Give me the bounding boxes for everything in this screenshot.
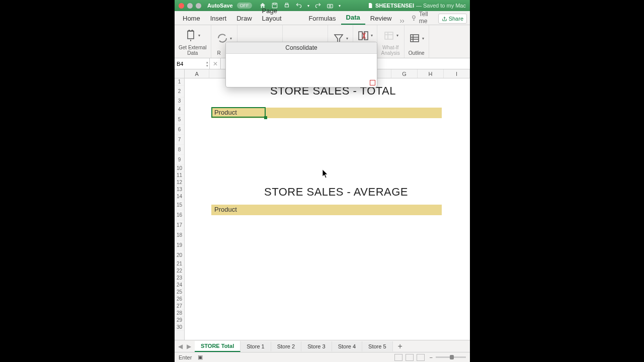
row-header-4[interactable]: 4 <box>175 105 184 115</box>
sheet-tab-store-3[interactable]: Store 3 <box>301 341 332 351</box>
row-header-9[interactable]: 9 <box>175 155 184 165</box>
row-header-28[interactable]: 28 <box>175 310 184 317</box>
close-window-button[interactable] <box>179 3 184 9</box>
add-sheet-button[interactable]: + <box>393 342 408 351</box>
svg-point-6 <box>413 16 415 18</box>
consolidate-body[interactable] <box>226 54 377 87</box>
autosave-toggle[interactable]: OFF <box>237 3 252 9</box>
group-get-external-data[interactable]: ▾ Get External Data <box>175 25 211 58</box>
row-header-14[interactable]: 14 <box>175 193 184 200</box>
zoom-slider[interactable] <box>436 356 466 358</box>
row-header-19[interactable]: 19 <box>175 240 184 250</box>
status-bar: Enter ▣ − <box>175 352 470 362</box>
row-header-10[interactable]: 10 <box>175 165 184 172</box>
row-header-3[interactable]: 3 <box>175 98 184 105</box>
sheet-tab-store-5[interactable]: Store 5 <box>362 341 392 351</box>
row-header-24[interactable]: 24 <box>175 282 184 289</box>
row-header-1[interactable]: 1 <box>175 78 184 85</box>
row-header-26[interactable]: 26 <box>175 296 184 303</box>
name-box[interactable]: B4 ▴▾ <box>175 58 210 69</box>
home-icon[interactable] <box>259 2 266 9</box>
svg-rect-0 <box>272 3 277 8</box>
row-header-25[interactable]: 25 <box>175 289 184 296</box>
row-header-23[interactable]: 23 <box>175 275 184 282</box>
svg-rect-15 <box>411 35 419 42</box>
name-box-stepper[interactable]: ▴▾ <box>206 60 208 67</box>
sheet-tab-store-1[interactable]: Store 1 <box>240 341 271 351</box>
tab-insert[interactable]: Insert <box>205 12 232 25</box>
row-header-27[interactable]: 27 <box>175 303 184 310</box>
spreadsheet-grid[interactable]: A G H I 12345678910111213141516171819202… <box>175 69 470 340</box>
camera-icon[interactable] <box>327 2 334 9</box>
row-header-29[interactable]: 29 <box>175 317 184 324</box>
sheet-tab-store-total[interactable]: STORE Total <box>195 341 240 352</box>
normal-view-button[interactable] <box>394 354 403 361</box>
cell-b4-product: Product <box>212 108 239 117</box>
undo-icon[interactable] <box>295 2 302 9</box>
row-header-12[interactable]: 12 <box>175 179 184 186</box>
tab-data[interactable]: Data <box>341 11 365 25</box>
row-header-16[interactable]: 16 <box>175 210 184 220</box>
page-layout-view-button[interactable] <box>406 354 414 361</box>
sheet-tab-store-2[interactable]: Store 2 <box>271 341 301 351</box>
row-header-8[interactable]: 8 <box>175 145 184 155</box>
consolidate-expand-icon[interactable] <box>370 80 375 85</box>
svg-rect-1 <box>273 3 276 5</box>
tab-home[interactable]: Home <box>178 12 205 25</box>
tab-review[interactable]: Review <box>365 12 397 25</box>
tab-draw[interactable]: Draw <box>231 12 257 25</box>
qat-dropdown[interactable]: ▾ <box>339 4 341 8</box>
share-button[interactable]: Share <box>438 14 467 24</box>
tab-formulas[interactable]: Formulas <box>303 12 341 25</box>
svg-rect-7 <box>188 31 194 39</box>
row-header-11[interactable]: 11 <box>175 172 184 179</box>
row-header-13[interactable]: 13 <box>175 186 184 193</box>
maximize-window-button[interactable] <box>196 3 201 9</box>
row-header-21[interactable]: 21 <box>175 260 184 267</box>
print-icon[interactable] <box>283 2 290 9</box>
group-outline[interactable]: ▾ Outline <box>405 25 429 58</box>
zoom-out-button[interactable]: − <box>430 354 433 360</box>
row-header-5[interactable]: 5 <box>175 115 184 125</box>
consolidate-dialog[interactable]: Consolidate <box>225 42 377 87</box>
row-header-6[interactable]: 6 <box>175 125 184 135</box>
outline-icon <box>409 32 421 44</box>
sheet-tab-store-4[interactable]: Store 4 <box>332 341 362 351</box>
redo-icon[interactable] <box>314 2 321 9</box>
doc-status-text: — Saved to my Mac <box>416 3 466 9</box>
undo-dropdown[interactable]: ▾ <box>307 4 309 8</box>
whatif-label: What-If Analysis <box>381 45 400 56</box>
row-header-18[interactable]: 18 <box>175 230 184 240</box>
row-header-15[interactable]: 15 <box>175 200 184 210</box>
sheet-prev-icon[interactable]: ◀ <box>177 343 184 350</box>
col-header-i[interactable]: I <box>444 69 470 78</box>
row-header-30[interactable]: 30 <box>175 324 184 331</box>
tell-me-search[interactable]: Tell me <box>411 11 438 25</box>
sheet-next-icon[interactable]: ▶ <box>185 343 193 350</box>
cell-reference: B4 <box>177 61 183 67</box>
title-average: STORE SALES - AVERAGE <box>264 186 408 199</box>
cancel-formula-icon[interactable]: ✕ <box>210 58 221 69</box>
row-header-17[interactable]: 17 <box>175 220 184 230</box>
macro-record-icon[interactable]: ▣ <box>198 354 203 360</box>
select-all-corner[interactable] <box>175 69 185 78</box>
minimize-window-button[interactable] <box>187 3 193 9</box>
col-header-h[interactable]: H <box>418 69 444 78</box>
row-header-22[interactable]: 22 <box>175 267 184 275</box>
row-header-2[interactable]: 2 <box>175 85 184 98</box>
fill-handle[interactable] <box>264 116 267 119</box>
zoom-control: − <box>430 354 466 360</box>
mouse-cursor <box>323 169 330 178</box>
save-icon[interactable] <box>271 2 278 9</box>
external-data-icon <box>185 30 197 42</box>
row-header-7[interactable]: 7 <box>175 135 184 145</box>
page-break-view-button[interactable] <box>417 354 425 361</box>
row-header-20[interactable]: 20 <box>175 250 184 260</box>
titlebar: AutoSave OFF ▾ ▾ SHEETSENSEI — Saved to … <box>175 0 470 11</box>
cells-area[interactable]: STORE SALES - TOTAL Product STORE SALES … <box>185 78 470 340</box>
col-header-g[interactable]: G <box>391 69 418 78</box>
document-title: SHEETSENSEI — Saved to my Mac <box>367 3 466 9</box>
more-tabs-icon[interactable]: ›› <box>396 17 407 25</box>
view-switcher <box>394 354 425 361</box>
col-header-a[interactable]: A <box>185 69 209 78</box>
